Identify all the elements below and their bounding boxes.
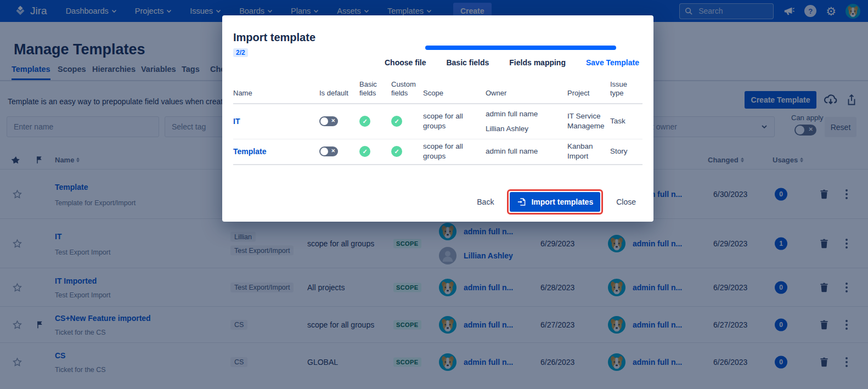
- col-custom-fields: Custom fields: [391, 80, 423, 98]
- back-button[interactable]: Back: [474, 197, 497, 207]
- col-name: Name: [233, 89, 319, 98]
- issue-type: Task: [610, 116, 642, 126]
- import-file-icon: [517, 197, 527, 207]
- scope-text: scope for all groups: [423, 111, 486, 131]
- project-name: Kanban Import: [567, 142, 610, 161]
- project-name: IT Service Manageme: [567, 111, 610, 131]
- col-scope: Scope: [423, 89, 486, 98]
- basic-fields-check-icon: ✓: [359, 116, 370, 127]
- modal-title: Import template: [233, 31, 315, 44]
- step-basic-fields[interactable]: Basic fields: [446, 58, 489, 67]
- step-choose-file[interactable]: Choose file: [385, 58, 426, 67]
- wizard-steps: Choose file Basic fields Fields mapping …: [385, 58, 639, 67]
- col-basic-fields: Basic fields: [359, 80, 391, 98]
- modal-table: Name Is default Basic fields Custom fiel…: [233, 80, 642, 165]
- step-save-template[interactable]: Save Template: [586, 58, 639, 67]
- highlight-ring: Import templates: [507, 189, 603, 215]
- owner-name: admin full name: [486, 146, 567, 156]
- is-default-toggle[interactable]: ✕: [319, 116, 338, 126]
- custom-fields-check-icon: ✓: [391, 116, 402, 127]
- modal-row-template: Template ✕ ✓ ✓ scope for all groups admi…: [233, 139, 642, 165]
- close-button[interactable]: Close: [613, 197, 639, 207]
- owner-name: Lillian Ashley: [486, 124, 567, 134]
- import-template-modal: Import template 2/2 Choose file Basic fi…: [222, 15, 653, 222]
- template-name-link[interactable]: IT: [233, 117, 319, 126]
- modal-row-it: IT ✕ ✓ ✓ scope for all groups admin full…: [233, 104, 642, 139]
- custom-fields-check-icon: ✓: [391, 146, 402, 157]
- step-counter-badge: 2/2: [233, 48, 248, 57]
- col-project: Project: [567, 89, 610, 98]
- col-issue-type: Issue type: [610, 80, 642, 98]
- modal-table-header: Name Is default Basic fields Custom fiel…: [233, 80, 642, 104]
- template-name-link[interactable]: Template: [233, 147, 319, 156]
- basic-fields-check-icon: ✓: [359, 146, 370, 157]
- scope-text: scope for all groups: [423, 142, 486, 161]
- modal-footer: Back Import templates Close: [474, 189, 639, 215]
- toggle-off-x-icon: ✕: [331, 118, 335, 123]
- import-templates-button[interactable]: Import templates: [510, 192, 600, 212]
- app-screen: Jira Dashboards Projects Issues Boards P…: [0, 0, 868, 389]
- col-is-default: Is default: [319, 89, 359, 98]
- is-default-toggle[interactable]: ✕: [319, 146, 338, 156]
- col-owner: Owner: [486, 89, 567, 98]
- step-fields-mapping[interactable]: Fields mapping: [509, 58, 566, 67]
- progress-bar: [425, 46, 616, 50]
- toggle-off-x-icon: ✕: [331, 148, 335, 154]
- issue-type: Story: [610, 146, 642, 156]
- owner-name: admin full name: [486, 109, 567, 119]
